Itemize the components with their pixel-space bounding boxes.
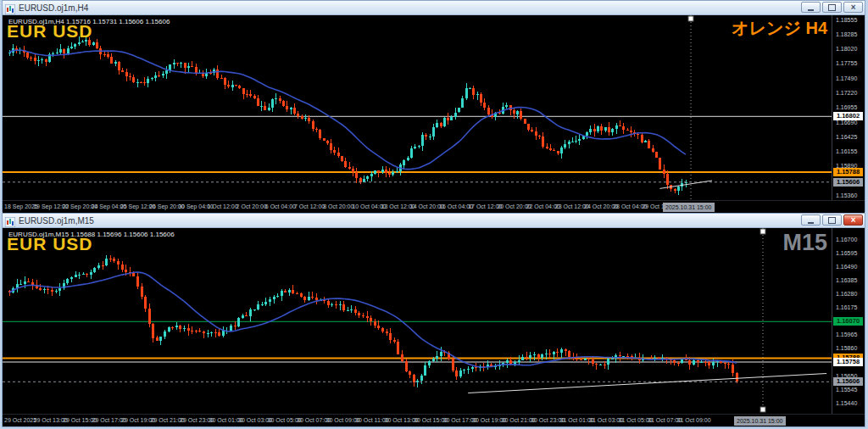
chart-canvas-m15[interactable]: EURUSD.oj1m,M15 1.15688 1.15696 1.15606 … [3, 228, 865, 414]
price-tick: 1.16425 [836, 134, 857, 141]
price-tick: 1.16595 [836, 250, 857, 257]
time-tick: 6 Oct 04:00 [265, 203, 296, 209]
close-button[interactable]: × [843, 214, 863, 226]
metatrader-workspace: { "charts": { "h4": { "window_title": "E… [0, 0, 868, 429]
price-axis: 1.185551.182851.180201.177551.174901.172… [832, 15, 865, 200]
time-tick: 2 Oct 20:00 [236, 203, 267, 209]
price-level-box: 1.16802 [833, 112, 863, 120]
symbol-label: EUR USD [7, 234, 93, 254]
candles-layer [8, 255, 738, 387]
minimize-button[interactable] [801, 214, 821, 226]
price-tick: 1.17220 [836, 90, 857, 97]
window-titlebar[interactable]: EURUSD.oj1m,M15 × [3, 214, 865, 228]
price-tick: 1.16155 [836, 148, 857, 155]
window-titlebar[interactable]: EURUSD.oj1m,H4 × [3, 1, 865, 15]
price-tick: 1.17755 [836, 60, 857, 67]
minimize-icon [808, 222, 814, 224]
price-level-box: 1.15606 [833, 178, 863, 187]
timeframe-watermark: M15 [782, 230, 827, 256]
price-level-box: 1.16070 [833, 317, 863, 326]
price-tick: 1.18285 [836, 31, 857, 38]
time-tick: 29 Oct 2025 [4, 417, 36, 423]
price-tick: 1.17490 [836, 75, 857, 82]
price-tick: 1.15440 [836, 400, 857, 407]
time-axis: 29 Oct 202529 Oct 13:0029 Oct 15:0029 Oc… [3, 414, 865, 426]
time-tick: 1 Oct 12:00 [207, 203, 237, 209]
price-tick: 1.18555 [836, 17, 857, 24]
close-icon: × [851, 216, 856, 225]
price-tick: 1.16280 [836, 291, 857, 298]
restore-icon [828, 217, 836, 224]
chart-icon [5, 3, 15, 13]
price-tick: 1.16490 [836, 264, 857, 270]
price-tick: 1.16700 [836, 237, 857, 243]
price-tick: 1.16385 [836, 277, 857, 284]
timeframe-watermark: オレンジ H4 [732, 17, 827, 40]
close-button[interactable]: × [843, 2, 863, 13]
chart-window-h4: EURUSD.oj1m,H4 × EURUSD.oj1m,H4 1.15716 … [2, 0, 865, 212]
price-tick: 1.15965 [836, 332, 857, 338]
vline-handle-icon [760, 229, 765, 234]
time-axis: 18 Sep 202519 Sep 12:0022 Sep 20:0024 Se… [3, 200, 865, 213]
symbol-label: EUR USD [7, 21, 93, 42]
time-marker-box: 2025.10.31 15:00 [734, 416, 786, 426]
price-tick: 1.16175 [836, 304, 857, 311]
close-icon: × [851, 3, 856, 12]
price-tick: 1.18020 [836, 46, 857, 53]
price-tick: 1.16690 [836, 120, 857, 126]
chart-icon [5, 215, 15, 226]
price-level-box: 1.15788 [833, 168, 863, 176]
moving-average-line [9, 50, 686, 170]
price-level-box: 1.15606 [833, 377, 863, 386]
time-tick: 31 Oct 09:00 [677, 417, 711, 423]
restore-icon [828, 4, 836, 11]
chart-window-m15: EURUSD.oj1m,M15 × EURUSD.oj1m,M15 1.1568… [2, 213, 865, 427]
price-axis: 1.167001.165951.164901.163851.162801.161… [832, 228, 865, 414]
chart-canvas-h4[interactable]: EURUSD.oj1m,H4 1.15716 1.15731 1.15606 1… [3, 15, 865, 200]
time-marker-box: 2025.10.31 15:00 [663, 203, 715, 212]
price-level-box: 1.15758 [833, 358, 863, 366]
trendline [468, 374, 826, 393]
minimize-icon [808, 9, 814, 11]
vline-handle-icon [688, 16, 693, 21]
time-tick: 7 Oct 12:00 [294, 203, 325, 209]
window-title: EURUSD.oj1m,H4 [19, 3, 88, 13]
vline-handle-icon [760, 407, 765, 412]
restore-button[interactable] [822, 214, 842, 226]
price-tick: 1.15360 [836, 192, 857, 199]
window-title: EURUSD.oj1m,M15 [19, 216, 94, 226]
price-tick: 1.16955 [836, 104, 857, 111]
moving-average-line [9, 272, 737, 367]
time-tick: 8 Oct 20:00 [323, 203, 353, 209]
restore-button[interactable] [822, 2, 842, 13]
price-tick: 1.15860 [836, 345, 857, 352]
minimize-button[interactable] [801, 2, 821, 13]
price-tick: 1.15545 [836, 387, 857, 393]
